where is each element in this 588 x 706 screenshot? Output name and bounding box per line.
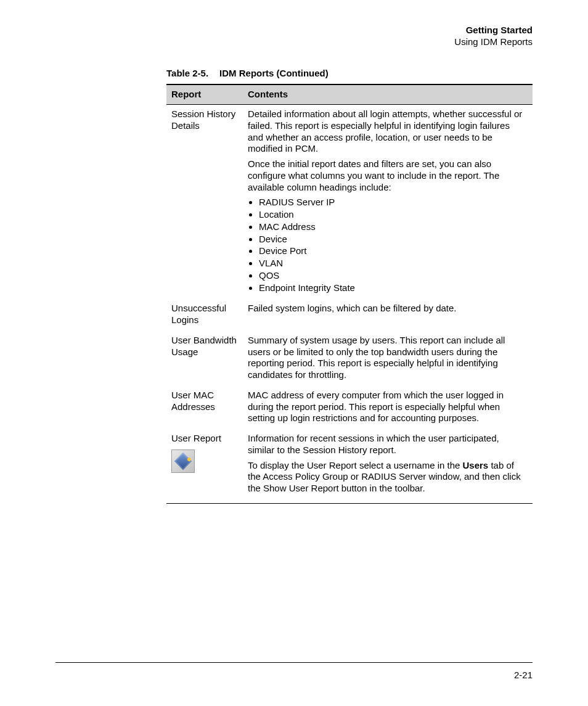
paragraph: Once the initial report dates and filter… <box>248 158 528 193</box>
column-headings-list: RADIUS Server IP Location MAC Address De… <box>259 197 528 293</box>
list-item: Device Port <box>259 245 528 257</box>
page-header: Getting Started Using IDM Reports <box>166 25 533 48</box>
report-name-cell: User Report <box>166 429 243 503</box>
user-report-icon <box>171 449 195 473</box>
report-name: Session History Details <box>166 105 243 300</box>
col-header-contents: Contents <box>243 84 533 104</box>
list-item: Device <box>259 234 528 245</box>
table-title: IDM Reports (Continued) <box>219 68 329 78</box>
list-item: MAC Address <box>259 221 528 233</box>
paragraph: Detailed information about all login att… <box>248 109 528 155</box>
list-item: VLAN <box>259 258 528 269</box>
table-caption: Table 2-5.IDM Reports (Continued) <box>166 68 533 80</box>
list-item: Endpoint Integrity State <box>259 282 528 294</box>
chapter-title: Getting Started <box>166 25 533 36</box>
report-name: Unsuccessful Logins <box>166 299 243 331</box>
list-item: Location <box>259 209 528 221</box>
table-header-row: Report Contents <box>166 84 533 104</box>
table-row: Unsuccessful Logins Failed system logins… <box>166 299 533 331</box>
table-number: Table 2-5. <box>166 68 208 78</box>
footer-rule <box>55 662 533 663</box>
bold-text: Users <box>463 460 489 470</box>
table-row: User MAC Addresses MAC address of every … <box>166 386 533 429</box>
report-contents: Failed system logins, which can be filte… <box>243 299 533 331</box>
report-contents: Detailed information about all login att… <box>243 105 533 300</box>
list-item: QOS <box>259 270 528 282</box>
report-name: User MAC Addresses <box>166 386 243 429</box>
table-row: User Report Information for recent sessi… <box>166 429 533 503</box>
report-contents: Information for recent sessions in which… <box>243 429 533 503</box>
page-content: Table 2-5.IDM Reports (Continued) Report… <box>166 68 533 504</box>
paragraph: To display the User Report select a user… <box>248 460 528 495</box>
report-contents: MAC address of every computer from which… <box>243 386 533 429</box>
text: To display the User Report select a user… <box>248 460 463 470</box>
report-contents: Summary of system usage by users. This r… <box>243 331 533 386</box>
reports-table: Report Contents Session History Details … <box>166 84 533 504</box>
report-name: User Report <box>171 433 239 445</box>
report-name: User Bandwidth Usage <box>166 331 243 386</box>
paragraph: Information for recent sessions in which… <box>248 433 528 456</box>
table-row: Session History Details Detailed informa… <box>166 105 533 300</box>
table-row: User Bandwidth Usage Summary of system u… <box>166 331 533 386</box>
list-item: RADIUS Server IP <box>259 197 528 208</box>
col-header-report: Report <box>166 84 243 104</box>
section-title: Using IDM Reports <box>166 36 533 48</box>
page-number: 2-21 <box>514 670 533 681</box>
